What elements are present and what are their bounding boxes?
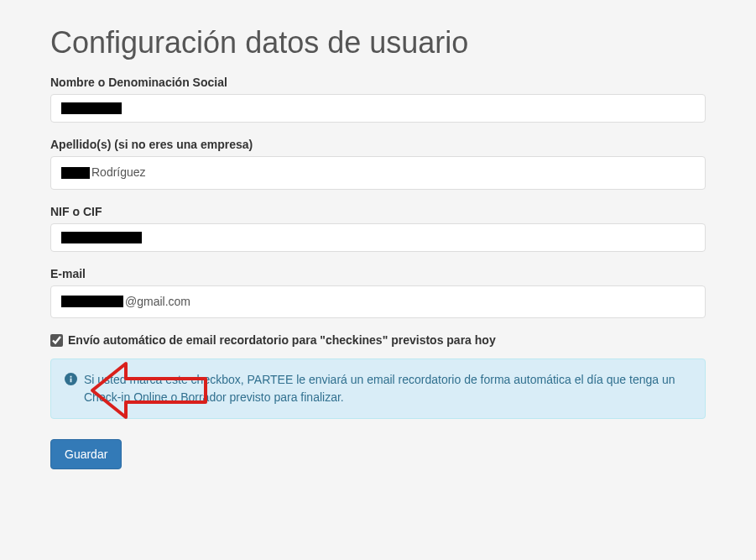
label-name: Nombre o Denominación Social bbox=[50, 76, 706, 89]
field-nif: NIF o CIF bbox=[50, 205, 706, 252]
input-surname-suffix: Rodríguez bbox=[91, 165, 146, 181]
page-title: Configuración datos de usuario bbox=[50, 25, 706, 60]
field-email: E-mail @gmail.com bbox=[50, 267, 706, 319]
redacted-email bbox=[61, 296, 123, 307]
checkbox-row-auto-email: Envío automático de email recordatorio p… bbox=[50, 333, 706, 347]
label-email: E-mail bbox=[50, 267, 706, 280]
checkbox-auto-email[interactable] bbox=[50, 334, 63, 347]
info-circle-icon bbox=[65, 371, 77, 385]
redacted-nif bbox=[61, 232, 142, 243]
redacted-name bbox=[61, 102, 122, 114]
label-surname: Apellido(s) (si no eres una empresa) bbox=[50, 138, 706, 151]
svg-rect-2 bbox=[70, 376, 72, 378]
svg-rect-1 bbox=[70, 379, 72, 383]
input-email-suffix: @gmail.com bbox=[125, 294, 190, 311]
input-email[interactable]: @gmail.com bbox=[50, 285, 706, 319]
field-surname: Apellido(s) (si no eres una empresa) Rod… bbox=[50, 138, 706, 190]
field-name: Nombre o Denominación Social bbox=[50, 76, 706, 123]
input-surname[interactable]: Rodríguez bbox=[50, 156, 706, 190]
checkbox-label-auto-email: Envío automático de email recordatorio p… bbox=[68, 333, 496, 347]
save-button[interactable]: Guardar bbox=[50, 439, 122, 469]
label-nif: NIF o CIF bbox=[50, 205, 706, 218]
input-nif[interactable] bbox=[50, 223, 706, 252]
info-alert-text: Si usted marca este checkbox, PARTEE le … bbox=[84, 371, 691, 406]
info-alert: Si usted marca este checkbox, PARTEE le … bbox=[50, 359, 706, 419]
input-name[interactable] bbox=[50, 94, 706, 123]
redacted-surname bbox=[61, 167, 90, 179]
